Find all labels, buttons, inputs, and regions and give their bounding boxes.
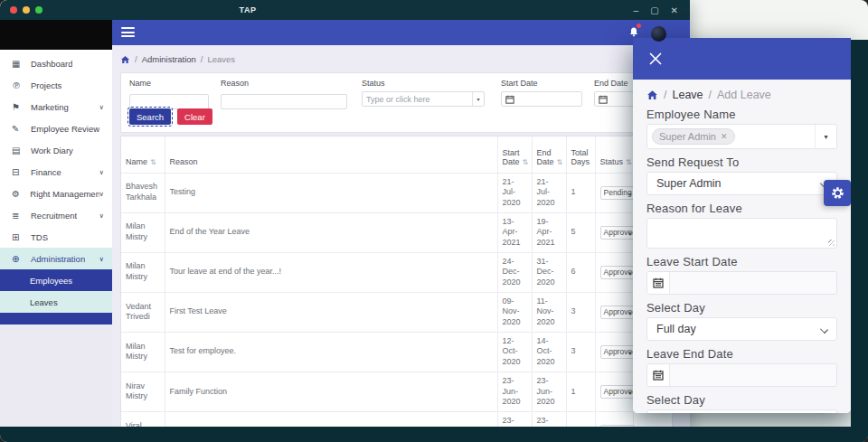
titlebar: TAP – ▢ ✕ [0,0,690,20]
notifications-bell-icon[interactable] [628,25,639,42]
calendar-icon[interactable] [505,95,514,104]
sidebar-item-leaves[interactable]: Leaves [0,291,112,313]
minimize-icon[interactable]: – [634,5,639,15]
table-row: Milan Mistry Tour leave at end of the ye… [121,252,674,292]
status-select[interactable]: Approved▾ [600,345,635,359]
cell-start-date: 13-Apr-2021 [497,212,532,252]
col-header-name[interactable]: Name⇅ [121,136,165,173]
status-select[interactable]: Pending▾ [600,186,635,200]
cell-total-days: 3 [566,332,595,371]
leave-end-date-input[interactable] [646,363,837,387]
dropdown-caret-icon: ▾ [628,230,631,238]
resize-grip-icon[interactable] [828,240,835,246]
reason-filter-label: Reason [221,79,347,88]
send-request-to-select[interactable]: Super Admin [646,172,837,195]
col-header-start-date[interactable]: Start Date⇅ [497,136,532,173]
money-icon: ⊟ [12,167,24,177]
cell-start-date: 23-Jun-2020 [497,371,532,411]
status-select[interactable]: Approved▾ [600,226,635,240]
employee-chip: Super Admin ✕ [652,128,735,145]
breadcrumb: / Administration / Leaves [120,54,235,64]
leaves-table-card: Name⇅ Reason Start Date⇅ End Date⇅ Total… [120,136,673,442]
table-row: Vedant Trivedi First Test Leave 09-Nov-2… [121,292,674,332]
chevron-down-icon: ∨ [99,255,105,263]
cell-reason: Family Function [165,371,497,411]
settings-gear-button[interactable] [824,180,851,206]
home-icon[interactable] [120,55,130,64]
select-day-start-select[interactable]: Full day [646,317,837,341]
cell-end-date: 11-Nov-2020 [532,292,566,332]
calculator-icon: ⊞ [12,232,24,242]
menu-icon[interactable] [121,27,135,40]
leave-end-date-label: Leave End Date [646,347,837,361]
cell-end-date: 14-Oct-2020 [532,332,566,371]
sidebar-item-dashboard[interactable]: ▦ Dashboard [0,52,112,74]
close-icon[interactable] [648,52,663,66]
status-filter-input[interactable] [363,92,472,106]
home-icon[interactable] [646,89,658,100]
employee-name-multiselect[interactable]: Super Admin ✕ ▾ [646,124,837,149]
drawer-breadcrumb-parent[interactable]: Leave [672,89,703,101]
breadcrumb-page: Leaves [207,54,235,64]
gear-icon [831,186,844,200]
chevron-down-icon [820,325,828,334]
col-header-end-date[interactable]: End Date⇅ [532,136,566,173]
window-controls: – ▢ ✕ [634,0,678,20]
table-row: Milan Mistry Test for employee. 12-Oct-2… [121,332,674,371]
status-select[interactable]: Approved▾ [600,306,635,319]
cell-name: Milan Mistry [121,252,165,292]
date-value[interactable] [670,272,836,294]
sidebar-item-tds[interactable]: ⊞ TDS [0,226,112,248]
app-header [112,20,690,45]
reason-for-leave-textarea[interactable] [646,218,837,249]
sidebar-item-administration[interactable]: ⊕ Administration ∨ [0,248,112,269]
close-icon[interactable]: ✕ [671,5,678,15]
sidebar-item-projects[interactable]: ℗ Projects [0,74,112,96]
dropdown-caret-icon[interactable]: ▾ [472,92,484,106]
sidebar-item-recruitment[interactable]: ≣ Recruitment ∨ [0,204,112,226]
app-window: TAP – ▢ ✕ ▦ Dashboard ℗ Projects ⚑ [0,0,690,427]
sidebar-item-finance[interactable]: ⊟ Finance ∨ [0,161,112,183]
sidebar-item-marketing[interactable]: ⚑ Marketing ∨ [0,96,112,118]
table-header-row: Name⇅ Reason Start Date⇅ End Date⇅ Total… [121,136,674,173]
reason-filter-input[interactable] [221,94,347,109]
cell-name: Milan Mistry [121,212,165,252]
cell-name: Milan Mistry [121,332,165,371]
sidebar-item-employees[interactable]: Employees [0,269,112,291]
status-select[interactable]: Approved▾ [600,385,635,399]
megaphone-icon: ⚑ [12,102,24,112]
start-date-filter-input[interactable] [514,92,581,106]
calendar-icon[interactable] [647,272,670,294]
name-filter-label: Name [129,79,209,88]
rights-icon: ⚙ [12,189,24,199]
sidebar-item-right-management[interactable]: ⚙ Right Management ∨ [0,183,112,204]
leaves-table: Name⇅ Reason Start Date⇅ End Date⇅ Total… [121,136,674,442]
breadcrumb-section[interactable]: Administration [142,54,196,64]
sidebar-item-employee-review[interactable]: ✎ Employee Review [0,118,112,139]
cell-end-date: 19-Apr-2021 [532,212,566,252]
name-filter-input[interactable] [129,94,209,109]
leave-start-date-input[interactable] [646,271,837,295]
sidebar-item-work-diary[interactable]: ▤ Work Diary [0,139,112,161]
calendar-icon[interactable] [599,95,608,104]
clear-button[interactable]: Clear [177,108,212,125]
search-button[interactable]: Search [129,108,171,125]
cell-total-days: 5 [566,212,595,252]
dropdown-caret-icon: ▾ [628,390,631,397]
status-filter-label: Status [362,79,485,88]
select-day-end-select[interactable]: Full day [646,409,837,413]
col-header-status[interactable]: Status⇅ [595,136,633,173]
status-select[interactable]: Approved▾ [600,266,635,279]
maximize-icon[interactable]: ▢ [650,5,658,15]
calendar-icon[interactable] [647,364,670,386]
desktop-background [0,427,868,442]
dropdown-caret-icon[interactable]: ▾ [815,125,836,148]
chip-remove-icon[interactable]: ✕ [721,132,728,141]
cell-reason: Test for employee. [165,332,497,371]
dropdown-caret-icon: ▾ [628,310,631,317]
chevron-down-icon: ∨ [99,103,105,111]
date-value[interactable] [670,364,836,386]
cell-start-date: 09-Nov-2020 [497,292,532,332]
cell-end-date: 21-Jul-2020 [532,173,566,212]
user-avatar[interactable] [651,26,666,42]
